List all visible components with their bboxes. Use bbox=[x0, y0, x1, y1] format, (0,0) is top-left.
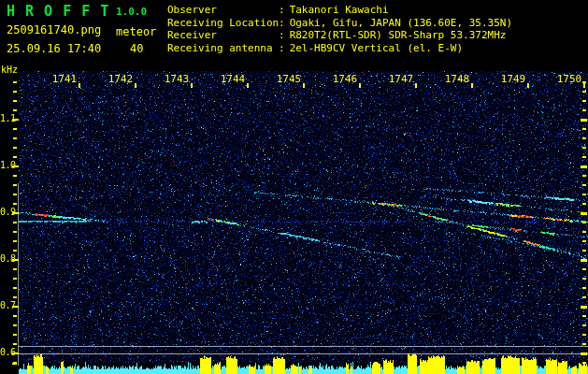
info-label: Receiving antenna bbox=[167, 42, 279, 54]
time-tick-label: 1742 bbox=[107, 73, 135, 85]
hrofft-window: H R O F F T 1.0.0 2509161740.png meteor … bbox=[0, 0, 588, 374]
version-label: 1.0.0 bbox=[116, 6, 147, 18]
info-colon: : bbox=[279, 17, 285, 29]
freq-tick-label: 0.9 bbox=[0, 207, 12, 217]
info-label: Receiving Location bbox=[167, 17, 279, 29]
time-tick-label: 1747 bbox=[387, 73, 415, 85]
time-tick-label: 1745 bbox=[275, 73, 303, 85]
freq-tick-label: 0.8 bbox=[0, 253, 12, 264]
count-label: 40 bbox=[130, 42, 143, 55]
time-tick-label: 1748 bbox=[443, 73, 471, 85]
spectrogram-canvas bbox=[0, 0, 588, 374]
info-colon: : bbox=[279, 4, 285, 16]
info-colon: : bbox=[279, 42, 285, 54]
time-tick-label: 1743 bbox=[163, 73, 191, 85]
datetime-label: 25.09.16 17:40 bbox=[7, 42, 101, 55]
info-row-location: Receiving Location:Ogaki, Gifu, JAPAN (1… bbox=[167, 17, 512, 29]
time-tick-label: 1749 bbox=[499, 73, 527, 85]
app-title: H R O F F T bbox=[7, 3, 109, 20]
info-row-observer: Observer:Takanori Kawachi bbox=[167, 4, 389, 16]
time-tick-label: 1741 bbox=[50, 73, 79, 85]
info-label: Observer bbox=[167, 4, 279, 16]
time-tick-label: 1750 bbox=[555, 73, 583, 85]
info-value: Takanori Kawachi bbox=[290, 4, 389, 16]
info-colon: : bbox=[279, 29, 285, 41]
info-value: R820T2(RTL-SDR) SDR-Sharp 53.372MHz bbox=[290, 29, 507, 41]
info-label: Receiver bbox=[167, 29, 279, 41]
freq-tick-label: 1.1 bbox=[0, 113, 12, 123]
freq-tick-label: 0.6 bbox=[0, 347, 12, 357]
time-tick-label: 1746 bbox=[331, 73, 359, 85]
freq-tick-label: 0.7 bbox=[0, 300, 12, 310]
info-value: Ogaki, Gifu, JAPAN (136.60E, 35.35N) bbox=[290, 17, 512, 29]
info-value: 2el-HB9CV Vertical (el. E-W) bbox=[290, 42, 463, 54]
mode-label: meteor bbox=[116, 25, 156, 38]
freq-tick-label: 1.0 bbox=[0, 160, 12, 170]
frequency-unit-label: kHz bbox=[1, 65, 18, 75]
time-tick-label: 1744 bbox=[219, 73, 247, 85]
filename-label: 2509161740.png bbox=[7, 23, 101, 36]
info-row-antenna: Receiving antenna:2el-HB9CV Vertical (el… bbox=[167, 42, 463, 54]
info-row-receiver: Receiver:R820T2(RTL-SDR) SDR-Sharp 53.37… bbox=[167, 29, 506, 41]
